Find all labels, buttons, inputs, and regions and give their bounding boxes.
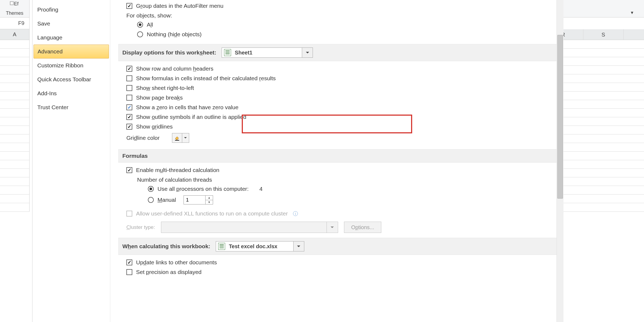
themes-group-label: Themes <box>6 10 23 16</box>
worksheet-grid-left <box>0 40 30 322</box>
chevron-down-icon <box>302 48 313 57</box>
spinner-up-icon[interactable]: ▲ <box>206 196 213 200</box>
checkbox-icon <box>126 66 132 72</box>
display-option-0[interactable]: Show row and column headers <box>126 64 558 74</box>
options-content: Group dates in the AutoFilter menu For o… <box>110 0 564 322</box>
sidebar-item-trust-center[interactable]: Trust Center <box>32 100 110 114</box>
column-header-s[interactable]: S <box>583 29 624 40</box>
chevron-down-icon <box>293 241 304 251</box>
content-scrollbar[interactable] <box>557 0 564 322</box>
checkbox-icon <box>126 124 132 130</box>
effects-icon <box>10 1 14 5</box>
manual-threads-spinner[interactable]: ▲▼ <box>184 195 213 204</box>
processor-count: 4 <box>259 186 263 192</box>
display-option-2[interactable]: Show sheet right-to-left <box>126 83 558 93</box>
radio-icon <box>148 197 154 203</box>
checkbox-icon <box>126 211 132 217</box>
scrollbar-thumb[interactable] <box>557 35 563 199</box>
cluster-type-select <box>161 222 338 233</box>
spinner-down-icon[interactable]: ▼ <box>206 200 213 204</box>
set-precision-checkbox[interactable]: Set precision as displayed <box>126 267 558 277</box>
radio-icon <box>137 22 143 28</box>
chevron-down-icon <box>182 133 189 142</box>
sidebar-item-customize-ribbon[interactable]: Customize Ribbon <box>32 58 110 72</box>
paint-bucket-icon <box>172 133 182 142</box>
objects-show-label: For objects, show: <box>126 11 558 20</box>
calc-workbook-section-header: When calculating this workbook: Test exc… <box>118 238 558 255</box>
sidebar-item-qat[interactable]: Quick Access Toolbar <box>32 72 110 86</box>
display-option-3[interactable]: Show page breaks <box>126 93 558 103</box>
multi-threaded-checkbox[interactable]: Enable multi-threaded calculation <box>126 165 558 175</box>
info-icon[interactable]: i <box>293 211 298 216</box>
gridline-color-row: Gridline color <box>118 131 558 144</box>
workbook-selector[interactable]: Test excel doc.xlsx <box>216 241 304 251</box>
worksheet-selector[interactable]: Sheet1 <box>222 47 313 58</box>
sidebar-item-language[interactable]: Language <box>32 31 110 45</box>
threads-label: Number of calculation threads <box>126 175 558 184</box>
checkbox-icon <box>126 3 132 9</box>
dropdown-icon[interactable]: ▾ <box>631 10 633 16</box>
svg-rect-0 <box>175 140 179 141</box>
spinner-input[interactable] <box>184 196 205 204</box>
checkbox-icon <box>126 167 132 173</box>
group-dates-checkbox-row[interactable]: Group dates in the AutoFilter menu <box>126 1 558 11</box>
sidebar-item-addins[interactable]: Add-Ins <box>32 86 110 100</box>
gridline-color-picker[interactable] <box>172 133 189 143</box>
formulas-section-header: Formulas <box>118 149 558 163</box>
workbook-icon <box>218 243 225 250</box>
radio-use-all-processors[interactable]: Use all processors on this computer: 4 <box>126 184 558 194</box>
checkbox-icon <box>126 259 132 265</box>
update-links-checkbox[interactable]: Update links to other documents <box>126 258 558 267</box>
chevron-down-icon <box>327 222 338 233</box>
radio-show-all[interactable]: All <box>126 20 558 30</box>
checkbox-icon <box>126 104 132 110</box>
sidebar-item-advanced[interactable]: Advanced <box>34 45 109 58</box>
cluster-type-label: Cluster type: <box>126 224 155 230</box>
radio-manual-threads[interactable]: Manual ▲▼ <box>126 194 558 206</box>
options-dialog: Proofing Save Language Advanced Customiz… <box>32 0 564 322</box>
display-option-5[interactable]: Show outline symbols if an outline is ap… <box>126 112 558 122</box>
sidebar-item-save[interactable]: Save <box>32 17 110 31</box>
xll-cluster-checkbox: Allow user-defined XLL functions to run … <box>126 206 558 218</box>
sidebar-item-proofing[interactable]: Proofing <box>32 3 110 17</box>
name-box[interactable]: F9 <box>0 17 30 29</box>
options-sidebar: Proofing Save Language Advanced Customiz… <box>32 0 110 322</box>
display-option-4[interactable]: Show a zero in cells that have zero valu… <box>126 103 558 112</box>
radio-show-nothing[interactable]: Nothing (hide objects) <box>126 30 558 39</box>
cluster-options-button: Options... <box>344 222 382 233</box>
display-option-1[interactable]: Show formulas in cells instead of their … <box>126 74 558 83</box>
checkbox-icon <box>126 95 132 101</box>
display-option-6[interactable]: Show gridlines <box>126 122 558 131</box>
column-header-a[interactable]: A <box>0 29 30 40</box>
checkbox-icon <box>126 85 132 91</box>
worksheet-icon <box>224 49 231 56</box>
checkbox-icon <box>126 75 132 81</box>
checkbox-icon <box>126 114 132 120</box>
checkbox-icon <box>126 269 132 275</box>
effects-label-fragment: Ef <box>14 1 19 7</box>
ribbon-themes-fragment: Ef Themes <box>0 0 30 17</box>
radio-icon <box>137 31 143 37</box>
display-options-section-header: Display options for this worksheet: Shee… <box>118 44 558 61</box>
radio-icon <box>148 186 154 192</box>
